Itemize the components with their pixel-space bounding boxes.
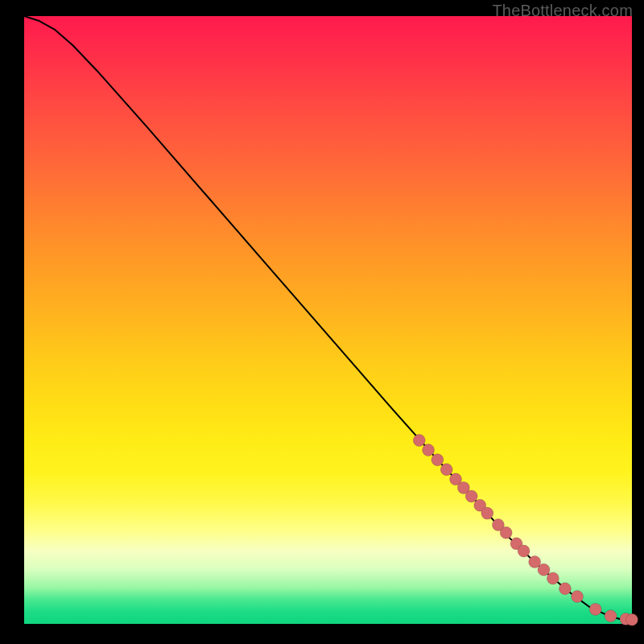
curve-marker	[481, 507, 493, 519]
curve-marker	[413, 434, 425, 446]
curve-marker	[572, 591, 584, 603]
chart-svg	[24, 16, 632, 624]
curve-marker	[465, 490, 477, 502]
plot-area	[24, 16, 632, 624]
curve-marker	[626, 613, 638, 625]
curve-marker	[605, 610, 617, 622]
curve-marker	[500, 526, 512, 539]
curve-marker	[440, 464, 452, 476]
curve-marker	[559, 583, 571, 595]
curve-marker	[547, 572, 559, 584]
bottleneck-curve-line	[24, 16, 632, 620]
watermark-text: TheBottleneck.com	[492, 2, 633, 20]
curve-marker	[431, 454, 444, 466]
curve-marker	[538, 564, 550, 576]
curve-marker	[423, 444, 435, 456]
marker-group	[413, 434, 638, 625]
chart-frame: TheBottleneck.com	[0, 0, 644, 644]
curve-marker	[589, 603, 601, 615]
curve-marker	[518, 545, 530, 557]
